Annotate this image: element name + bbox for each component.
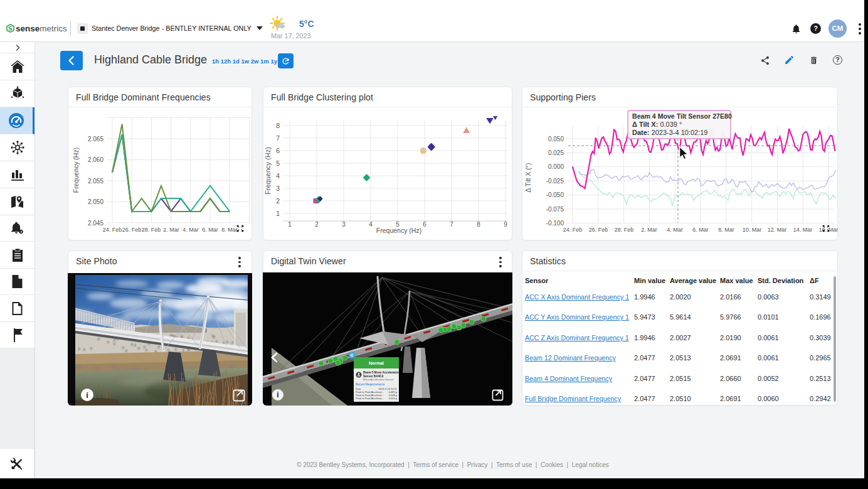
svg-text:2.0477: 2.0477 xyxy=(634,395,655,402)
svg-text:7: 7 xyxy=(276,134,280,142)
svg-text:Max value: Max value xyxy=(720,277,753,284)
svg-text:0.0060: 0.0060 xyxy=(758,395,779,402)
svg-text:1.9946: 1.9946 xyxy=(634,334,655,341)
svg-text:0.3149: 0.3149 xyxy=(810,293,831,301)
svg-text:4: 4 xyxy=(369,221,373,228)
svg-text:Beam 12 Dominant Frequency: Beam 12 Dominant Frequency xyxy=(525,354,617,362)
svg-text:2.0190: 2.0190 xyxy=(720,334,741,341)
svg-text:12. Mar: 12. Mar xyxy=(768,227,787,233)
svg-text:3: 3 xyxy=(276,185,280,192)
svg-text:2.0020: 2.0020 xyxy=(670,293,691,301)
svg-text:6: 6 xyxy=(423,221,426,228)
svg-text:-0.100: -0.100 xyxy=(546,220,564,227)
svg-text:Frequency (Hz): Frequency (Hz) xyxy=(264,147,272,195)
svg-text:6. Mar: 6. Mar xyxy=(202,227,218,233)
svg-text:0.054 g: 0.054 g xyxy=(389,397,397,400)
svg-text:Δ Tilt X (°): Δ Tilt X (°) xyxy=(524,163,532,193)
svg-text:0.0063: 0.0063 xyxy=(758,293,779,301)
svg-text:26. Feb: 26. Feb xyxy=(122,227,142,233)
svg-text:Δ Tilt X: 0.039 °: Δ Tilt X: 0.039 ° xyxy=(632,121,682,128)
svg-text:2.0027: 2.0027 xyxy=(670,334,691,341)
svg-text:28. Feb: 28. Feb xyxy=(142,227,161,233)
svg-text:0.3039: 0.3039 xyxy=(810,334,831,341)
svg-text:0.2513: 0.2513 xyxy=(810,375,831,382)
svg-text:2.0166: 2.0166 xyxy=(720,293,741,301)
svg-text:2.0691: 2.0691 xyxy=(720,395,741,402)
svg-text:0.2942: 0.2942 xyxy=(810,395,831,402)
svg-text:16. Mar: 16. Mar xyxy=(819,227,838,233)
svg-text:1: 1 xyxy=(276,210,280,217)
svg-text:i: i xyxy=(86,390,88,400)
svg-text:4. Mar: 4. Mar xyxy=(183,227,199,233)
svg-text:0.0052: 0.0052 xyxy=(758,375,779,382)
svg-text:2.0691: 2.0691 xyxy=(720,354,741,362)
svg-text:2: 2 xyxy=(315,221,319,228)
svg-text:-0.050: -0.050 xyxy=(546,191,564,198)
svg-text:2.0510: 2.0510 xyxy=(670,395,691,402)
svg-text:2.0477: 2.0477 xyxy=(634,354,655,362)
svg-text:Sensor BA4CA: Sensor BA4CA xyxy=(363,375,384,378)
svg-text:8. Mar: 8. Mar xyxy=(221,227,238,233)
svg-text:5: 5 xyxy=(276,159,280,167)
svg-text:6. Mar: 6. Mar xyxy=(692,227,709,233)
svg-text:5.9473: 5.9473 xyxy=(634,313,655,321)
svg-text:2. Mar: 2. Mar xyxy=(163,227,179,233)
svg-text:28. Feb: 28. Feb xyxy=(615,227,634,233)
svg-text:0.1696: 0.1696 xyxy=(810,313,831,321)
svg-text:2.045: 2.045 xyxy=(88,220,103,227)
svg-text:2.0515: 2.0515 xyxy=(670,375,691,382)
svg-text:0.0061: 0.0061 xyxy=(758,354,779,362)
svg-text:0.2965: 0.2965 xyxy=(810,354,831,362)
svg-text:8: 8 xyxy=(276,122,280,129)
svg-text:Recent Measurements: Recent Measurements xyxy=(356,383,385,386)
svg-text:26. Feb: 26. Feb xyxy=(589,227,608,233)
svg-text:2.0513: 2.0513 xyxy=(670,354,691,362)
svg-text:2: 2 xyxy=(276,197,280,205)
svg-text:Move Acceleration Sensor: Move Acceleration Sensor xyxy=(363,378,394,381)
svg-text:0.0101: 0.0101 xyxy=(758,313,779,321)
svg-text:1: 1 xyxy=(288,221,292,228)
svg-text:Min value: Min value xyxy=(634,277,665,284)
svg-text:Full Bridge Dominant Frequency: Full Bridge Dominant Frequency xyxy=(525,395,622,402)
svg-text:24. Feb: 24. Feb xyxy=(103,227,122,233)
svg-text:ΔF: ΔF xyxy=(810,277,819,284)
svg-text:4: 4 xyxy=(276,172,280,180)
svg-text:10. Mar: 10. Mar xyxy=(743,227,762,233)
svg-text:Beam 5 Move Acceleration: Beam 5 Move Acceleration xyxy=(363,371,400,374)
svg-text:Beam 4 Move Tilt Sensor 27E80: Beam 4 Move Tilt Sensor 27E80 xyxy=(632,112,732,120)
svg-text:5.9614: 5.9614 xyxy=(670,313,691,321)
svg-text:Beam 4 Dominant Frequency: Beam 4 Dominant Frequency xyxy=(525,375,613,382)
svg-text:1.9946: 1.9946 xyxy=(634,293,655,301)
svg-text:Date: 2023-3-4 10:02:19: Date: 2023-3-4 10:02:19 xyxy=(632,129,707,136)
svg-text:0.0061: 0.0061 xyxy=(758,334,779,341)
svg-text:Normal: Normal xyxy=(369,361,384,365)
svg-text:Frequency (Hz): Frequency (Hz) xyxy=(376,227,421,234)
svg-text:-0.075: -0.075 xyxy=(546,206,564,213)
svg-text:2.060: 2.060 xyxy=(88,156,103,163)
svg-text:2.0660: 2.0660 xyxy=(720,375,741,382)
svg-text:0.050: 0.050 xyxy=(548,136,564,142)
svg-text:2.065: 2.065 xyxy=(88,136,103,142)
svg-text:ACC Y Axis Dominant Frequency: ACC Y Axis Dominant Frequency 1 xyxy=(525,313,629,321)
svg-text:2.055: 2.055 xyxy=(88,178,103,185)
svg-text:9: 9 xyxy=(504,221,507,228)
svg-text:8. Mar: 8. Mar xyxy=(718,227,734,233)
svg-text:14. Mar: 14. Mar xyxy=(793,227,813,233)
svg-text:2.050: 2.050 xyxy=(88,198,103,205)
svg-text:6: 6 xyxy=(276,147,280,154)
svg-text:8: 8 xyxy=(477,221,480,228)
svg-text:4. Mar: 4. Mar xyxy=(667,227,683,233)
svg-text:ACC X Axis Dominant Frequency: ACC X Axis Dominant Frequency 1 xyxy=(525,293,629,301)
svg-text:0.025: 0.025 xyxy=(548,149,564,156)
svg-text:i: i xyxy=(277,390,278,399)
svg-text:Sensor: Sensor xyxy=(525,277,549,284)
svg-text:7: 7 xyxy=(450,221,453,228)
svg-text:2.0477: 2.0477 xyxy=(634,375,655,382)
svg-text:Average value: Average value xyxy=(670,277,716,284)
svg-text:24. Feb: 24. Feb xyxy=(563,227,583,233)
svg-text:Frequency (Hz): Frequency (Hz) xyxy=(72,148,80,193)
svg-text:Std. Deviation: Std. Deviation xyxy=(758,277,804,284)
svg-text:ACC Z Axis Dominant Frequency: ACC Z Axis Dominant Frequency 1 xyxy=(525,334,629,341)
svg-text:0.000: 0.000 xyxy=(548,163,564,170)
svg-text:2. Mar: 2. Mar xyxy=(641,227,657,233)
